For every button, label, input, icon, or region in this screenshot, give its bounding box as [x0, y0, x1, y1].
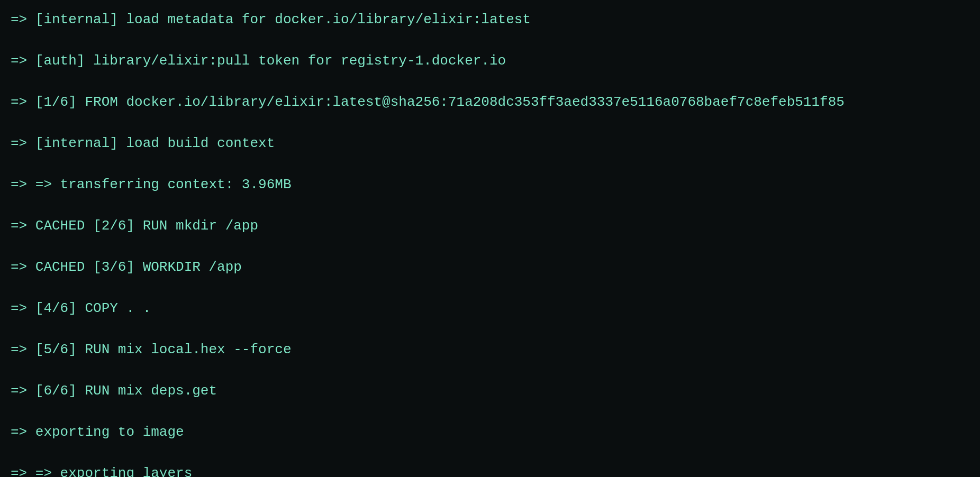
- terminal-line: => exporting to image: [11, 422, 969, 443]
- terminal-line: => [1/6] FROM docker.io/library/elixir:l…: [11, 92, 969, 113]
- terminal-line: => [internal] load metadata for docker.i…: [11, 10, 969, 30]
- terminal-line: => [auth] library/elixir:pull token for …: [11, 51, 969, 71]
- terminal-line: => [6/6] RUN mix deps.get: [11, 381, 969, 401]
- terminal-line: => => transferring context: 3.96MB: [11, 175, 969, 195]
- terminal-window: => [internal] load metadata for docker.i…: [0, 0, 980, 477]
- terminal-line: => [4/6] COPY . .: [11, 298, 969, 319]
- terminal-line: => CACHED [3/6] WORKDIR /app: [11, 257, 969, 278]
- terminal-line: => [5/6] RUN mix local.hex --force: [11, 340, 969, 360]
- terminal-line: => [internal] load build context: [11, 133, 969, 154]
- terminal-line: => => exporting layers: [11, 463, 969, 477]
- terminal-line: => CACHED [2/6] RUN mkdir /app: [11, 216, 969, 236]
